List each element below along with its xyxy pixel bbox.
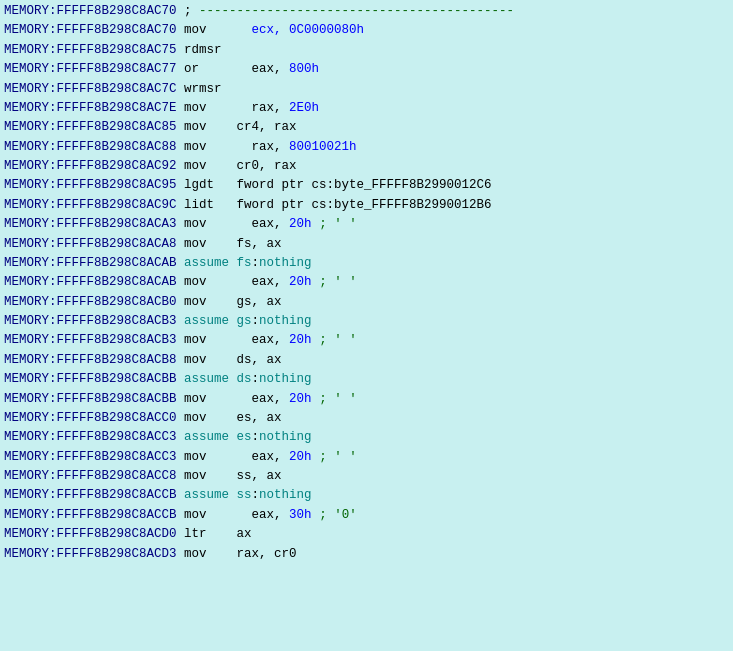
address: MEMORY:FFFFF8B298C8AC75 [4, 41, 177, 60]
table-row: MEMORY:FFFFF8B298C8ACA3 mov eax, 20h ; '… [4, 215, 729, 234]
mnemonic: assume [184, 254, 229, 273]
table-row: MEMORY:FFFFF8B298C8ACCB assume ss:nothin… [4, 486, 729, 505]
address: MEMORY:FFFFF8B298C8ACAB [4, 273, 177, 292]
address: MEMORY:FFFFF8B298C8ACD3 [4, 545, 177, 564]
mnemonic: ltr [184, 525, 207, 544]
mnemonic: lgdt [184, 176, 214, 195]
table-row: MEMORY:FFFFF8B298C8ACAB assume fs:nothin… [4, 254, 729, 273]
address: MEMORY:FFFFF8B298C8AC85 [4, 118, 177, 137]
nothing-keyword: nothing [259, 370, 312, 389]
address: MEMORY:FFFFF8B298C8AC88 [4, 138, 177, 157]
table-row: MEMORY:FFFFF8B298C8AC92 mov cr0, rax [4, 157, 729, 176]
mnemonic: mov [184, 390, 207, 409]
address: MEMORY:FFFFF8B298C8ACC0 [4, 409, 177, 428]
mnemonic: rdmsr [184, 41, 222, 60]
table-row: MEMORY:FFFFF8B298C8ACD3 mov rax, cr0 [4, 545, 729, 564]
table-row: MEMORY:FFFFF8B298C8AC85 mov cr4, rax [4, 118, 729, 137]
address: MEMORY:FFFFF8B298C8ACBB [4, 370, 177, 389]
address: MEMORY:FFFFF8B298C8AC7E [4, 99, 177, 118]
mnemonic: mov [184, 157, 207, 176]
mnemonic: wrmsr [184, 80, 222, 99]
table-row: MEMORY:FFFFF8B298C8AC7E mov rax, 2E0h [4, 99, 729, 118]
mnemonic: mov [184, 409, 207, 428]
table-row: MEMORY:FFFFF8B298C8ACA8 mov fs, ax [4, 235, 729, 254]
nothing-keyword: nothing [259, 312, 312, 331]
address: MEMORY:FFFFF8B298C8AC77 [4, 60, 177, 79]
table-row: MEMORY:FFFFF8B298C8ACD0 ltr ax [4, 525, 729, 544]
table-row: MEMORY:FFFFF8B298C8ACB0 mov gs, ax [4, 293, 729, 312]
address: MEMORY:FFFFF8B298C8ACC8 [4, 467, 177, 486]
address: MEMORY:FFFFF8B298C8AC95 [4, 176, 177, 195]
table-row: MEMORY:FFFFF8B298C8ACC8 mov ss, ax [4, 467, 729, 486]
table-row: MEMORY:FFFFF8B298C8ACC3 assume es:nothin… [4, 428, 729, 447]
mnemonic: or [184, 60, 199, 79]
address: MEMORY:FFFFF8B298C8ACB3 [4, 331, 177, 350]
mnemonic: mov [184, 235, 207, 254]
mnemonic: mov [184, 545, 207, 564]
address: MEMORY:FFFFF8B298C8ACD0 [4, 525, 177, 544]
table-row: MEMORY:FFFFF8B298C8ACBB mov eax, 20h ; '… [4, 390, 729, 409]
mnemonic: assume [184, 370, 229, 389]
address: MEMORY:FFFFF8B298C8ACCB [4, 486, 177, 505]
mnemonic: mov [184, 467, 207, 486]
table-row: MEMORY:FFFFF8B298C8ACC0 mov es, ax [4, 409, 729, 428]
address: MEMORY:FFFFF8B298C8ACCB [4, 506, 177, 525]
address: MEMORY:FFFFF8B298C8ACC3 [4, 448, 177, 467]
table-row: MEMORY:FFFFF8B298C8AC75 rdmsr [4, 41, 729, 60]
nothing-keyword: nothing [259, 486, 312, 505]
mnemonic: mov [184, 99, 207, 118]
table-row: MEMORY:FFFFF8B298C8AC95 lgdt fword ptr c… [4, 176, 729, 195]
address: MEMORY:FFFFF8B298C8ACA3 [4, 215, 177, 234]
table-row: MEMORY:FFFFF8B298C8AC70 ; --------------… [4, 2, 729, 21]
mnemonic: mov [184, 506, 207, 525]
address: MEMORY:FFFFF8B298C8ACC3 [4, 428, 177, 447]
mnemonic: lidt [184, 196, 214, 215]
mnemonic: assume [184, 312, 229, 331]
mnemonic: mov [184, 21, 207, 40]
table-row: MEMORY:FFFFF8B298C8AC9C lidt fword ptr c… [4, 196, 729, 215]
address: MEMORY:FFFFF8B298C8ACAB [4, 254, 177, 273]
address: MEMORY:FFFFF8B298C8ACA8 [4, 235, 177, 254]
code-view: MEMORY:FFFFF8B298C8AC70 ; --------------… [0, 0, 733, 566]
address: MEMORY:FFFFF8B298C8AC92 [4, 157, 177, 176]
table-row: MEMORY:FFFFF8B298C8ACB3 assume gs:nothin… [4, 312, 729, 331]
mnemonic: mov [184, 448, 207, 467]
table-row: MEMORY:FFFFF8B298C8ACB8 mov ds, ax [4, 351, 729, 370]
address: MEMORY:FFFFF8B298C8ACB0 [4, 293, 177, 312]
address: MEMORY:FFFFF8B298C8AC9C [4, 196, 177, 215]
table-row: MEMORY:FFFFF8B298C8ACBB assume ds:nothin… [4, 370, 729, 389]
mnemonic: mov [184, 293, 207, 312]
address: MEMORY:FFFFF8B298C8AC70 [4, 21, 177, 40]
address: MEMORY:FFFFF8B298C8ACB3 [4, 312, 177, 331]
address: MEMORY:FFFFF8B298C8AC7C [4, 80, 177, 99]
table-row: MEMORY:FFFFF8B298C8AC7C wrmsr [4, 80, 729, 99]
nothing-keyword: nothing [259, 254, 312, 273]
table-row: MEMORY:FFFFF8B298C8ACB3 mov eax, 20h ; '… [4, 331, 729, 350]
mnemonic: mov [184, 273, 207, 292]
table-row: MEMORY:FFFFF8B298C8ACC3 mov eax, 20h ; '… [4, 448, 729, 467]
address: MEMORY:FFFFF8B298C8ACB8 [4, 351, 177, 370]
mnemonic: mov [184, 215, 207, 234]
table-row: MEMORY:FFFFF8B298C8ACAB mov eax, 20h ; '… [4, 273, 729, 292]
address: MEMORY:FFFFF8B298C8ACBB [4, 390, 177, 409]
table-row: MEMORY:FFFFF8B298C8AC70 mov ecx, 0C00000… [4, 21, 729, 40]
mnemonic: mov [184, 138, 207, 157]
mnemonic: mov [184, 118, 207, 137]
mnemonic: assume [184, 486, 229, 505]
mnemonic: mov [184, 351, 207, 370]
address: MEMORY:FFFFF8B298C8AC70 [4, 2, 177, 21]
mnemonic: mov [184, 331, 207, 350]
table-row: MEMORY:FFFFF8B298C8AC77 or eax, 800h [4, 60, 729, 79]
table-row: MEMORY:FFFFF8B298C8ACCB mov eax, 30h ; '… [4, 506, 729, 525]
mnemonic: assume [184, 428, 229, 447]
table-row: MEMORY:FFFFF8B298C8AC88 mov rax, 8001002… [4, 138, 729, 157]
nothing-keyword: nothing [259, 428, 312, 447]
